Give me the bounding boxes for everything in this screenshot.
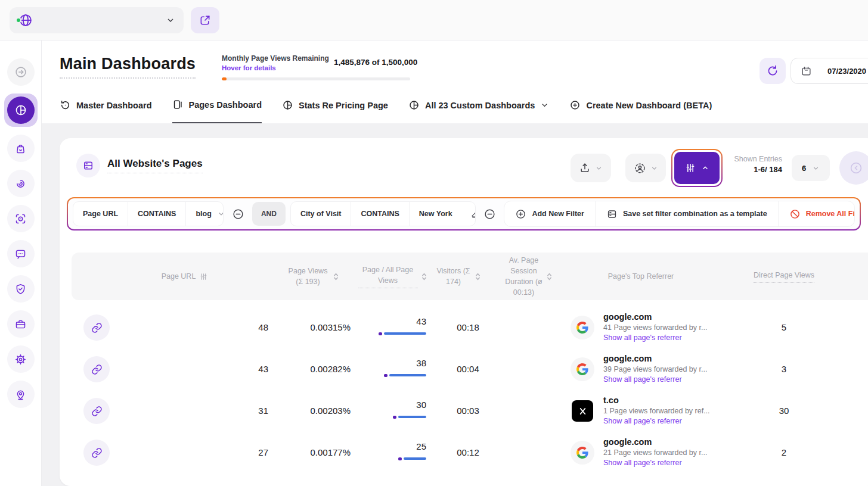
tab-label: Master Dashboard (76, 101, 152, 110)
sort-icon[interactable] (475, 272, 480, 281)
table-row: 48 0.00315% 43 00:18 google.com 41 Page … (72, 307, 868, 348)
globe-icon (18, 13, 33, 28)
google-favicon (571, 316, 594, 339)
page-size-value: 6 (802, 164, 806, 173)
remove-all-filters-label: Remove All Filters (806, 210, 855, 218)
referrer-detail: 41 Page views forwarded by r... (603, 323, 758, 332)
table-row: 27 0.00177% 25 00:12 google.com 21 Page … (72, 432, 868, 473)
chat-feedback-icon (14, 248, 27, 260)
pages-widget-card: All Website's Pages (60, 138, 868, 486)
conjunction-label: AND (261, 210, 277, 218)
referrer-domain: google.com (603, 437, 758, 447)
person-dashed-icon (634, 162, 646, 175)
page-link-icon[interactable] (83, 356, 110, 382)
collapse-widget-button[interactable] (839, 151, 868, 185)
arrow-left-circle-icon (849, 161, 863, 175)
visitors-value: 30 (367, 400, 426, 410)
tab-pages-dashboard[interactable]: Pages Dashboard (172, 95, 262, 123)
col-page-views[interactable]: Page Views (Σ 193) (286, 253, 339, 300)
sidebar-item-ecommerce[interactable] (7, 135, 35, 162)
refresh-button[interactable] (760, 58, 786, 84)
filter-field-label: Page URL (83, 210, 118, 218)
column-settings-icon[interactable] (199, 272, 208, 281)
chevron-down-icon (166, 15, 175, 25)
referrer-block: google.com 39 Page views forwarded by r.… (603, 354, 758, 384)
page-link-icon[interactable] (83, 440, 110, 466)
add-new-filter-button[interactable]: Add New Filter (504, 201, 596, 226)
sort-icon[interactable] (547, 272, 552, 281)
remove-filter-1-button[interactable] (228, 204, 247, 224)
table-widget-icon (76, 154, 100, 177)
direct-views-value: 30 (757, 406, 811, 416)
export-icon (579, 162, 591, 174)
segments-button[interactable] (625, 154, 666, 182)
eraser-icon[interactable] (470, 209, 476, 219)
sidebar-item-recordings[interactable] (7, 205, 35, 232)
filter-2-operator[interactable]: CONTAINS (351, 202, 409, 226)
table-row: 31 0.00203% 30 00:03 t.co 1 Page views f… (72, 390, 868, 432)
page-share-value: 0.00315% (292, 322, 351, 332)
external-link-icon (199, 14, 211, 26)
open-website-button[interactable] (191, 7, 219, 33)
tab-all-custom-dashboards[interactable]: All 23 Custom Dashboards (408, 95, 550, 123)
page-views-value: 31 (221, 406, 268, 416)
col-avg-session[interactable]: Av. Page Session Duration (ø 00:13) (502, 253, 554, 300)
direct-views-value: 5 (757, 322, 811, 332)
sort-icon[interactable] (421, 272, 427, 281)
sidebar-item-collapse[interactable] (7, 58, 35, 86)
col-direct-views[interactable]: Direct Page Views (736, 253, 832, 300)
tab-stats-re-pricing[interactable]: Stats Re Pricing Page (282, 95, 388, 123)
filter-actions: Add New Filter Save set filter combinati… (504, 201, 855, 227)
shown-entries-label: Shown Entries (720, 155, 782, 163)
col-page-share[interactable]: Page / All Page Views (356, 253, 428, 300)
filter-1-value[interactable]: blog (186, 202, 224, 226)
export-button[interactable] (571, 154, 611, 182)
filter-operator-label: CONTAINS (361, 210, 399, 218)
shield-check-icon (14, 283, 27, 295)
filter-toggle-highlight (671, 149, 723, 187)
sidebar (0, 40, 42, 486)
filter-1-operator[interactable]: CONTAINS (128, 202, 186, 226)
save-filter-template-button[interactable]: Save set filter combination as a templat… (596, 201, 779, 226)
avg-session-value: 00:03 (444, 406, 492, 416)
show-all-referrer-link[interactable]: Show all page's referrer (603, 375, 758, 384)
sort-icon[interactable] (333, 272, 339, 281)
sidebar-item-settings[interactable] (7, 345, 35, 373)
remove-filter-2-button[interactable] (480, 204, 500, 224)
page-views-value: 48 (221, 322, 268, 332)
remove-all-filters-button[interactable]: Remove All Filters (779, 201, 855, 226)
show-all-referrer-link[interactable]: Show all page's referrer (603, 417, 758, 425)
page-size-select[interactable]: 6 (792, 155, 830, 181)
website-selector[interactable] (10, 7, 184, 33)
visitors-value: 25 (367, 441, 426, 451)
filter-toggle-button[interactable] (674, 152, 720, 184)
google-favicon (571, 441, 594, 465)
location-pin-icon (14, 388, 27, 401)
conjunction-chip[interactable]: AND (252, 202, 286, 226)
page-link-icon[interactable] (83, 314, 110, 341)
sidebar-item-dashboards[interactable] (4, 94, 38, 127)
sidebar-item-behaviour[interactable] (7, 170, 35, 197)
gear-icon (14, 353, 27, 366)
tab-create-new-dashboard[interactable]: Create New Dashboard (BETA) (569, 95, 712, 123)
tab-master-dashboard[interactable]: Master Dashboard (60, 95, 152, 123)
page-link-icon[interactable] (83, 398, 110, 424)
page-share-value: 0.00203% (292, 406, 351, 416)
show-all-referrer-link[interactable]: Show all page's referrer (603, 459, 758, 467)
show-all-referrer-link[interactable]: Show all page's referrer (603, 334, 758, 342)
sidebar-item-privacy[interactable] (7, 275, 35, 303)
visitors-bar (367, 415, 426, 419)
col-visitors[interactable]: Visitors (Σ 174) (434, 253, 482, 300)
sidebar-item-visitor-location[interactable] (7, 381, 35, 408)
sidebar-item-company[interactable] (7, 310, 35, 338)
chevron-up-icon (701, 164, 709, 172)
chevron-down-icon (812, 164, 820, 172)
sidebar-item-feedback[interactable] (7, 240, 35, 267)
date-range-picker[interactable]: 07/23/2020 (790, 58, 868, 84)
filter-1-field[interactable]: Page URL (73, 202, 128, 226)
page-views-value: 27 (221, 447, 268, 457)
col-page-url[interactable]: Page URL (137, 253, 232, 300)
filter-2-field[interactable]: City of Visit (291, 202, 352, 226)
page-share-value: 0.00177% (292, 447, 351, 457)
filter-2-value[interactable]: New York (410, 202, 476, 226)
